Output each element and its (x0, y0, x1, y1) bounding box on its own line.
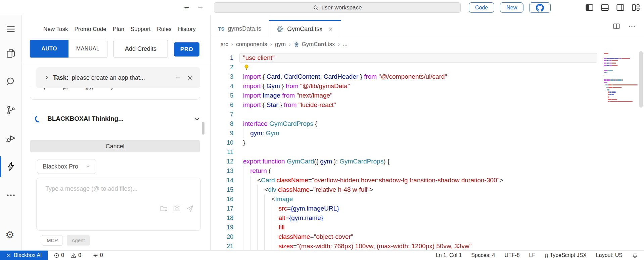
forwarded-ports[interactable]: 0 (93, 252, 103, 258)
close-tab-icon[interactable] (328, 26, 333, 32)
sidebar-nav-rules[interactable]: Rules (157, 26, 171, 33)
sidebar-nav-plan[interactable]: Plan (113, 26, 124, 33)
code-line-1[interactable]: 1"use client" (211, 53, 644, 63)
task-header[interactable]: Task: please create an app that... (36, 67, 200, 88)
back-icon[interactable]: ← (183, 2, 190, 11)
code-line-10[interactable]: 10} (211, 138, 644, 147)
more-views-icon[interactable] (6, 190, 16, 200)
status-ln-1-col-1[interactable]: Ln 1, Col 1 (436, 252, 462, 258)
sidebar-nav-support[interactable]: Support (131, 26, 151, 33)
sidebar-nav-new-task[interactable]: New Task (43, 26, 68, 33)
pro-button[interactable]: PRO (174, 42, 199, 57)
explorer-icon[interactable] (6, 48, 16, 59)
toggle-sidebar-left-icon[interactable] (585, 3, 594, 12)
breadcrumb-item-src[interactable]: src (221, 41, 228, 48)
toggle-panel-icon[interactable] (600, 3, 609, 12)
code-line-3[interactable]: 3import { Card, CardContent, CardHeader … (211, 72, 644, 81)
minimap-line (604, 60, 635, 62)
manual-mode-button[interactable]: MANUAL (68, 40, 107, 58)
code-editor[interactable]: 1"use client"23import { Card, CardConten… (211, 51, 644, 250)
add-folder-icon[interactable] (159, 204, 168, 213)
status-spaces-4[interactable]: Spaces: 4 (471, 252, 495, 258)
split-editor-icon[interactable] (612, 22, 620, 30)
camera-icon[interactable] (173, 204, 181, 213)
code-line-20[interactable]: 20className="object-cover" (211, 232, 644, 242)
tab-gymcard-tsx[interactable]: GymCard.tsx (269, 20, 341, 37)
auto-mode-button[interactable]: AUTO (30, 40, 68, 58)
problems-warnings[interactable]: 0 (71, 252, 81, 258)
code-line-7[interactable]: 7 (211, 110, 644, 119)
menu-icon[interactable] (6, 24, 16, 34)
run-debug-icon[interactable] (6, 133, 16, 143)
search-view-icon[interactable] (6, 76, 16, 87)
settings-gear-icon[interactable]: ⚙ (5, 230, 14, 240)
close-task-icon[interactable] (187, 75, 193, 81)
sidebar-nav-history[interactable]: History (178, 26, 196, 33)
tab-gymsdata-ts[interactable]: TS gymsData.ts (211, 20, 269, 37)
customize-layout-icon[interactable] (631, 3, 640, 12)
code-line-21[interactable]: 21sizes="(max-width: 768px) 100vw, (max-… (211, 242, 644, 250)
code-line-15[interactable]: 15<div className="relative h-48 w-full"> (211, 185, 644, 194)
send-icon[interactable] (186, 204, 194, 213)
forward-icon[interactable]: → (197, 2, 204, 11)
code-line-19[interactable]: 19fill (211, 223, 644, 232)
add-credits-button[interactable]: Add Credits (113, 40, 168, 58)
code-token: < (272, 195, 275, 203)
toggle-sidebar-right-icon[interactable] (616, 3, 625, 12)
thinking-row[interactable]: BLACKBOXAI Thinking... (35, 111, 201, 126)
minimap-line (604, 75, 635, 76)
github-button[interactable] (529, 2, 551, 13)
breadcrumb-item-[interactable]: ... (343, 41, 348, 48)
code-line-5[interactable]: 5import Image from "next/image" (211, 91, 644, 100)
mcp-tab[interactable]: MCP (42, 235, 62, 246)
blackbox-status-badge[interactable]: Blackbox AI (0, 251, 48, 260)
code-button[interactable]: Code (469, 2, 494, 13)
problems-errors[interactable]: 0 (54, 252, 64, 258)
indent-guide (250, 213, 257, 223)
search-input[interactable]: user-workspace (214, 2, 461, 13)
minimize-task-icon[interactable] (175, 75, 181, 81)
minimap[interactable] (604, 53, 635, 104)
new-button[interactable]: New (500, 2, 523, 13)
notifications-bell-icon[interactable] (632, 252, 638, 258)
lightbulb-icon[interactable] (243, 64, 250, 71)
code-line-12[interactable]: 12export function GymCard({ gym }: GymCa… (211, 157, 644, 166)
sidebar-nav-promo-code[interactable]: Promo Code (74, 26, 106, 33)
code-line-9[interactable]: 9gym: Gym (211, 128, 644, 138)
code-line-11[interactable]: 11 (211, 147, 644, 157)
indent-guide (257, 232, 264, 242)
cancel-button[interactable]: Cancel (30, 140, 200, 152)
code-line-14[interactable]: 14<Card className="overflow-hidden hover… (211, 176, 644, 185)
status-lf[interactable]: LF (529, 252, 536, 258)
agent-tab[interactable]: Agent (67, 235, 89, 246)
code-token: src (279, 205, 287, 212)
code-line-18[interactable]: 18alt={gym.name} (211, 213, 644, 223)
source-control-icon[interactable] (6, 105, 16, 115)
code-token: { (261, 82, 267, 90)
status-utf-8[interactable]: UTF-8 (504, 252, 519, 258)
blackbox-ai-icon[interactable] (6, 161, 16, 172)
code-line-17[interactable]: 17src={gym.imageURL} (211, 204, 644, 213)
code-line-4[interactable]: 4import { Gym } from "@/lib/gymsData" (211, 81, 644, 91)
status-typescript-jsx[interactable]: {}TypeScript JSX (545, 252, 586, 258)
breadcrumb-item-gym[interactable]: gym (275, 41, 286, 48)
code-line-16[interactable]: 16<Image (211, 194, 644, 204)
model-selector[interactable]: Blackbox Pro (37, 159, 96, 174)
code-token: } (280, 82, 286, 90)
code-token: , (320, 73, 324, 80)
sidebar-scrollbar[interactable] (202, 122, 204, 135)
minimap-line (604, 101, 635, 103)
line-number: 7 (211, 111, 233, 118)
breadcrumb-item-components[interactable]: components (236, 41, 267, 48)
code-line-2[interactable]: 2 (211, 63, 644, 72)
scrolled-list-item[interactable]: , p, gy, y (30, 88, 200, 100)
editor-more-actions-icon[interactable] (628, 22, 636, 30)
status-layout-us[interactable]: Layout: US (596, 252, 623, 258)
chevron-down-icon[interactable] (193, 115, 201, 122)
editor-scrollbar[interactable] (639, 51, 643, 108)
indent-guide (257, 213, 264, 223)
code-line-13[interactable]: 13return ( (211, 166, 644, 176)
breadcrumb-item-gymcard-tsx[interactable]: GymCard.tsx (293, 41, 335, 48)
code-line-8[interactable]: 8interface GymCardProps { (211, 119, 644, 128)
code-line-6[interactable]: 6import { Star } from "lucide-react" (211, 100, 644, 110)
